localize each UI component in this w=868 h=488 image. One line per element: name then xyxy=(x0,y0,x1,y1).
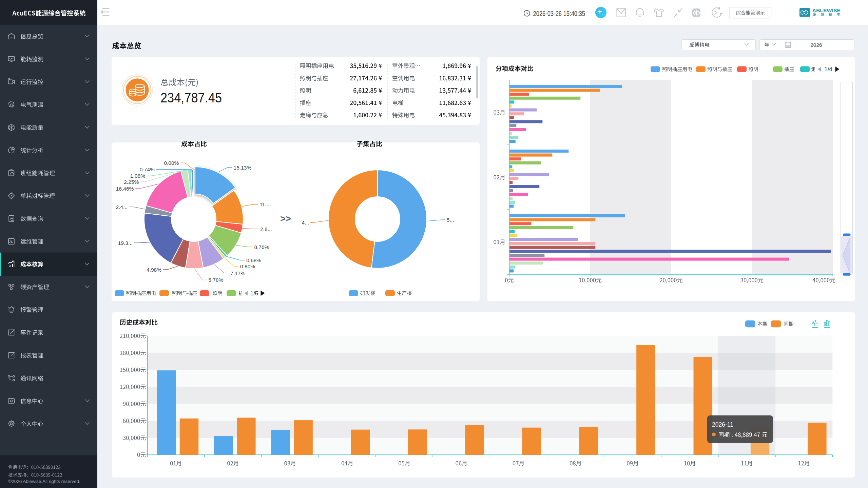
svg-text:11....: 11.... xyxy=(259,201,271,207)
svg-text:0.80%: 0.80% xyxy=(240,263,255,269)
svg-text:0.68%: 0.68% xyxy=(246,257,261,263)
svg-text:>>: >> xyxy=(280,214,291,224)
svg-text:234,787.45: 234,787.45 xyxy=(160,90,222,105)
svg-text:©2026 Ablewise,All rights rese: ©2026 Ablewise,All rights reserved. xyxy=(8,479,80,484)
svg-text:5...: 5... xyxy=(447,217,454,223)
svg-text:15.13%: 15.13% xyxy=(234,165,252,171)
svg-text:2.8...: 2.8... xyxy=(260,226,272,232)
svg-text:2026-11: 2026-11 xyxy=(712,421,733,428)
svg-text:7.17%: 7.17% xyxy=(230,270,245,276)
svg-text:2.4...: 2.4... xyxy=(116,204,127,210)
svg-text:1.08%: 1.08% xyxy=(130,173,145,179)
svg-text:1/5: 1/5 xyxy=(250,290,258,297)
svg-text:5.78%: 5.78% xyxy=(208,277,223,283)
svg-text:0.74%: 0.74% xyxy=(140,167,155,172)
svg-text:2.25%: 2.25% xyxy=(124,179,139,185)
svg-text:2026-03-26 15:40:35: 2026-03-26 15:40:35 xyxy=(533,9,585,17)
svg-text:16.46%: 16.46% xyxy=(116,186,134,192)
svg-text:ABLEWISE: ABLEWISE xyxy=(812,7,841,13)
svg-text:0.00%: 0.00% xyxy=(164,160,179,166)
svg-text:8.76%: 8.76% xyxy=(254,244,269,250)
svg-text:19.3...: 19.3... xyxy=(118,240,133,246)
svg-text:2026: 2026 xyxy=(810,42,822,48)
svg-text:4.98%: 4.98% xyxy=(147,267,161,273)
svg-text:4...: 4... xyxy=(302,220,309,226)
svg-text:1/4: 1/4 xyxy=(824,66,832,73)
